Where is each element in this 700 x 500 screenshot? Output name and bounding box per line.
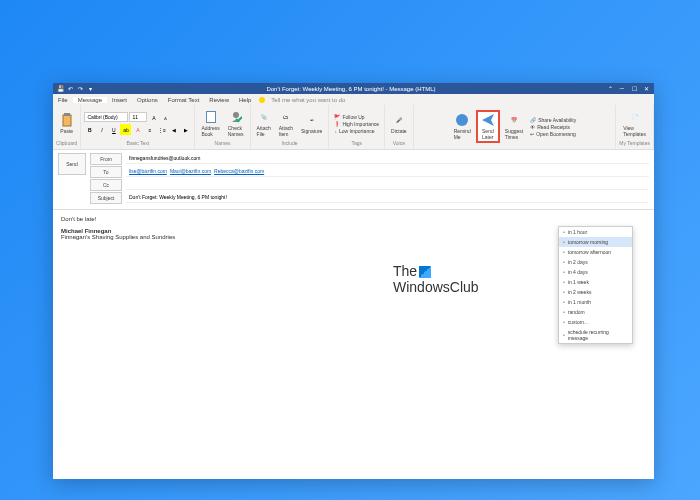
tell-me-search[interactable]: Tell me what you want to do [271,97,345,103]
paperclip-icon: 📎 [257,110,271,124]
menubar: File Message Insert Options Format Text … [53,94,654,105]
dd-random[interactable]: random [559,307,632,317]
svg-rect-0 [63,115,71,126]
bold-button[interactable]: B [84,124,95,135]
cc-field[interactable] [126,179,649,190]
menu-formattext[interactable]: Format Text [163,97,205,103]
svg-rect-3 [207,112,215,122]
cc-label[interactable]: Cc [90,179,122,191]
dd-custom[interactable]: custom... [559,317,632,327]
svg-point-5 [456,114,468,126]
tags-label: Tags [351,140,362,147]
send-later-button[interactable]: Send Later [476,110,500,143]
dd-2days[interactable]: in 2 days [559,257,632,267]
receipt-icon: 👁 [530,124,535,130]
address-book-button[interactable]: Address Book [198,109,222,138]
font-family-select[interactable] [84,112,128,122]
send-button[interactable]: Send [58,153,86,175]
dd-tomorrow-morning[interactable]: tomorrow morning [559,237,632,247]
remind-icon [455,113,469,127]
read-receipts-button[interactable]: 👁Read Receipts [528,124,578,130]
window-title: Don't Forget: Weekly Meeting, 6 PM tonig… [97,86,605,92]
watermark: The WindowsClub [393,263,479,295]
to-field[interactable]: lise@bazifin.comMaui@bazifin.comRebecca@… [126,166,649,177]
signature-button[interactable]: ✒Signature [298,112,325,135]
from-label[interactable]: From [90,153,122,165]
underline-button[interactable]: U [108,124,119,135]
dd-4days[interactable]: in 4 days [559,267,632,277]
dd-1week[interactable]: in 1 week [559,277,632,287]
attach-item-button[interactable]: 🗂Attach Item [276,109,296,138]
share-availability-button[interactable]: 🔗Share Availability [528,117,578,123]
flag-icon: 🚩 [334,114,340,120]
indent-right-icon[interactable]: ▶ [180,124,191,135]
dictate-button[interactable]: 🎤Dictate [388,112,410,135]
subject-field[interactable]: Don't Forget: Weekly Meeting, 6 PM tonig… [126,192,649,203]
attach-file-button[interactable]: 📎Attach File [254,109,274,138]
mic-icon: 🎤 [392,113,406,127]
followup-button[interactable]: 🚩Follow Up [332,114,381,120]
close-icon[interactable]: ✕ [641,85,651,92]
share-icon: 🔗 [530,117,536,123]
dd-tomorrow-afternoon[interactable]: tomorrow afternoon [559,247,632,257]
outlook-window: 💾 ↶ ↷ ▾ Don't Forget: Weekly Meeting, 6 … [53,83,654,479]
view-templates-button[interactable]: 📄View Templates [620,109,649,138]
subject-label: Subject [90,192,122,204]
redo-icon[interactable]: ↷ [77,86,83,92]
dd-1hour[interactable]: in 1 hour [559,227,632,237]
paste-button[interactable]: Paste [57,112,77,135]
check-icon [229,110,243,124]
titlebar: 💾 ↶ ↷ ▾ Don't Forget: Weekly Meeting, 6 … [53,83,654,94]
dd-1month[interactable]: in 1 month [559,297,632,307]
ribbon: Paste Clipboard A ᴀ B I U ab A ≡ ⋮≡ ◀ ▶ … [53,105,654,150]
from-field[interactable]: finnegansfundries@outlook.com [126,153,649,164]
font-color-button[interactable]: A [132,124,143,135]
numbering-icon[interactable]: ⋮≡ [156,124,167,135]
templates-label: My Templates [619,140,650,147]
clipboard-label: Clipboard [56,140,77,147]
menu-insert[interactable]: Insert [107,97,132,103]
high-importance-button[interactable]: ❗High Importance [332,121,381,127]
item-icon: 🗂 [279,110,293,124]
menu-review[interactable]: Review [204,97,234,103]
menu-message[interactable]: Message [73,97,107,103]
undo-icon[interactable]: ↶ [67,86,73,92]
italic-button[interactable]: I [96,124,107,135]
open-boomerang-button[interactable]: ↩Open Boomerang [528,131,578,137]
address-area: Send Fromfinnegansfundries@outlook.com T… [53,150,654,210]
highlight-button[interactable]: ab [120,124,131,135]
remind-me-button[interactable]: Remind Me [451,112,474,141]
shrink-font-icon[interactable]: ᴀ [160,112,171,123]
check-names-button[interactable]: Check Names [225,109,247,138]
template-icon: 📄 [628,110,642,124]
font-size-select[interactable] [129,112,147,122]
svg-point-4 [233,112,239,118]
boomerang-icon: ↩ [530,131,534,137]
ribbon-options-icon[interactable]: ⌃ [605,85,615,92]
arrow-down-icon: ↓ [334,128,337,134]
minimize-icon[interactable]: ─ [617,85,627,92]
menu-help[interactable]: Help [234,97,256,103]
save-icon[interactable]: 💾 [57,86,63,92]
indent-left-icon[interactable]: ◀ [168,124,179,135]
clipboard-icon [60,113,74,127]
grow-font-icon[interactable]: A [148,112,159,123]
exclaim-icon: ❗ [334,121,340,127]
suggest-times-button[interactable]: 📅Suggest Times [502,112,526,141]
menu-file[interactable]: File [53,97,73,103]
calendar-icon: 📅 [507,113,521,127]
more-icon[interactable]: ▾ [87,86,93,92]
lightbulb-icon [259,97,265,103]
maximize-icon[interactable]: ☐ [629,85,639,92]
voice-label: Voice [393,140,405,147]
dd-2weeks[interactable]: in 2 weeks [559,287,632,297]
pen-icon: ✒ [305,113,319,127]
dd-recurring[interactable]: schedule recurring message [559,327,632,343]
include-label: Include [281,140,297,147]
sendlater-icon [481,113,495,127]
bullets-icon[interactable]: ≡ [144,124,155,135]
basictext-label: Basic Text [127,140,150,147]
to-label[interactable]: To [90,166,122,178]
menu-options[interactable]: Options [132,97,163,103]
low-importance-button[interactable]: ↓Low Importance [332,128,381,134]
